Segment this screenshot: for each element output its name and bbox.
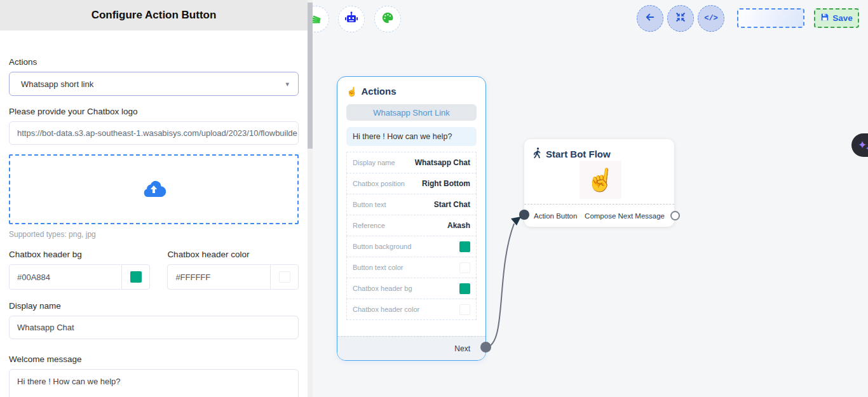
start-node-title: Start Bot Flow <box>546 149 611 159</box>
color-swatch <box>459 241 470 252</box>
actions-node[interactable]: ☝ Actions Whatsapp Short Link Hi there !… <box>337 76 486 361</box>
action-config-row: Chatbox header color <box>346 299 477 320</box>
save-button-label: Save <box>832 13 853 23</box>
row-label: Button background <box>353 243 411 250</box>
row-value: Akash <box>447 221 470 230</box>
tap-hand-icon: ☝ <box>346 86 357 97</box>
color-swatch <box>130 271 142 283</box>
row-value: Whatsapp Chat <box>415 158 470 167</box>
action-config-row: Button text color <box>346 257 477 278</box>
panel-scrollbar[interactable] <box>308 0 313 397</box>
display-name-label: Display name <box>9 301 299 311</box>
actions-label: Actions <box>9 57 299 67</box>
row-label: Display name <box>353 159 395 166</box>
row-label: Chatbox header color <box>353 306 419 313</box>
welcome-message-pill: Hi there ! How can we help? <box>346 127 477 146</box>
row-label: Chatbox position <box>353 180 405 187</box>
bot-settings-button[interactable] <box>338 6 365 32</box>
action-button-input-handle[interactable] <box>519 210 529 220</box>
action-button-port-label: Action Button <box>534 212 577 220</box>
color-swatch <box>279 271 290 283</box>
compose-next-message-handle[interactable] <box>670 211 680 220</box>
chatbox-header-color-picker[interactable] <box>270 265 298 289</box>
row-value: Start Chat <box>434 200 470 209</box>
next-output-handle[interactable] <box>480 342 491 353</box>
sparkle-small-icon: ✦ <box>865 145 868 152</box>
welcome-message-input[interactable]: Hi there ! How can we help? <box>9 369 299 397</box>
floppy-icon <box>820 13 829 24</box>
code-icon: </> <box>704 14 718 23</box>
color-swatch <box>459 262 470 273</box>
fit-view-button[interactable] <box>667 5 694 32</box>
chatbox-header-color-field: #FFFFFF <box>167 264 299 290</box>
row-label: Button text color <box>353 264 403 271</box>
row-value: Right Bottom <box>422 179 470 188</box>
color-swatch <box>459 304 470 315</box>
actions-node-header: ☝ Actions <box>337 77 485 97</box>
action-config-row: Button textStart Chat <box>346 194 477 215</box>
compose-next-message-port-label: Compose Next Message <box>585 212 665 220</box>
walking-person-icon <box>533 147 542 160</box>
color-swatch <box>459 283 470 294</box>
flow-name-input[interactable] <box>737 8 804 28</box>
start-bot-flow-node[interactable]: Start Bot Flow ☝ Action Button Compose N… <box>524 139 674 227</box>
theme-button[interactable] <box>374 6 401 32</box>
compress-icon <box>675 12 686 25</box>
ai-assistant-button[interactable]: ✦ ✦ <box>851 133 868 157</box>
panel-title: Configure Action Button <box>0 0 308 30</box>
configure-panel: Configure Action Button Actions Whatsapp… <box>0 0 308 397</box>
logo-label: Please provide your Chatbox logo <box>9 107 299 116</box>
actions-node-footer: Next <box>337 336 485 360</box>
chevron-down-icon: ▾ <box>285 80 289 88</box>
chatbox-header-bg-picker[interactable] <box>121 265 149 289</box>
row-label: Button text <box>353 201 386 208</box>
action-config-row: Chatbox header bg <box>346 278 477 299</box>
next-label: Next <box>454 344 470 353</box>
back-button[interactable] <box>637 5 663 32</box>
logo-upload-dropzone[interactable] <box>9 154 299 224</box>
hand-cursor-icon: ☝ <box>585 165 616 195</box>
display-name-input[interactable]: Whatsapp Chat <box>9 316 299 339</box>
actions-select-value: Whatsapp short link <box>21 79 93 89</box>
row-label: Chatbox header bg <box>353 285 412 292</box>
action-config-row: Chatbox positionRight Bottom <box>346 173 477 194</box>
scrollbar-thumb[interactable] <box>308 3 313 149</box>
action-type-pill[interactable]: Whatsapp Short Link <box>346 104 477 121</box>
chatbox-header-bg-label: Chatbox header bg <box>9 250 150 259</box>
actions-select[interactable]: Whatsapp short link ▾ <box>9 72 299 96</box>
supported-types-hint: Supported types: png, jpg <box>9 230 299 239</box>
chatbox-header-bg-field: #00A884 <box>9 264 150 290</box>
action-config-row: Button background <box>346 236 477 257</box>
cloud-upload-icon <box>142 178 166 200</box>
action-config-row: ReferenceAkash <box>346 215 477 236</box>
arrow-left-icon <box>644 11 656 25</box>
action-config-row: Display nameWhatsapp Chat <box>346 152 477 173</box>
cursor-preview: ☝ <box>580 161 621 199</box>
save-button[interactable]: Save <box>814 8 859 28</box>
action-config-rows: Display nameWhatsapp ChatChatbox positio… <box>346 152 477 320</box>
embed-code-button[interactable]: </> <box>698 5 724 32</box>
logo-url-input[interactable]: https://bot-data.s3.ap-southeast-1.wasab… <box>9 121 299 145</box>
start-node-header: Start Bot Flow <box>524 139 674 160</box>
welcome-message-label: Welcome message <box>9 354 299 364</box>
palette-icon <box>381 11 395 27</box>
chatbox-header-color-value[interactable]: #FFFFFF <box>168 265 270 289</box>
row-label: Reference <box>353 222 385 229</box>
chatbox-header-color-label: Chatbox header color <box>167 250 299 259</box>
robot-icon <box>344 10 359 28</box>
start-node-footer: Action Button Compose Next Message <box>524 204 674 227</box>
actions-node-title: Actions <box>361 86 396 97</box>
chatbox-header-bg-value[interactable]: #00A884 <box>10 265 121 289</box>
